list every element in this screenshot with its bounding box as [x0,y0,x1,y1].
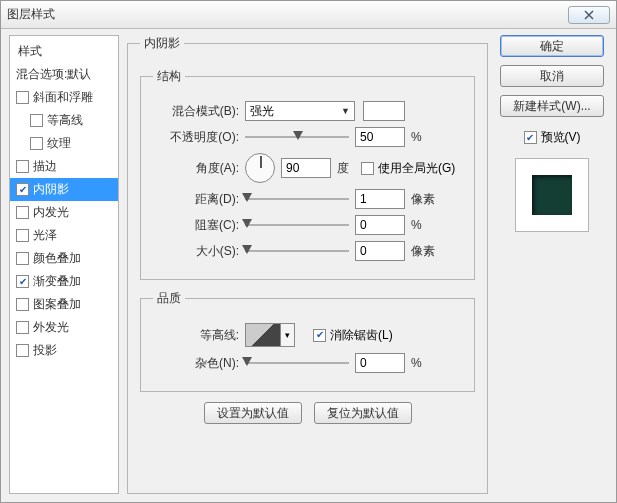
preview-label: 预览(V) [541,129,581,146]
size-unit: 像素 [411,243,435,260]
sidebar-item-label: 投影 [33,342,57,359]
sidebar-item[interactable]: 描边 [10,155,118,178]
contour-picker[interactable] [245,323,281,347]
new-style-button[interactable]: 新建样式(W)... [500,95,604,117]
style-checkbox[interactable] [16,275,29,288]
sidebar-item-label: 斜面和浮雕 [33,89,93,106]
distance-label: 距离(D): [153,191,239,208]
size-label: 大小(S): [153,243,239,260]
sidebar-item[interactable]: 等高线 [10,109,118,132]
style-checkbox[interactable] [16,160,29,173]
sidebar-item-label: 颜色叠加 [33,250,81,267]
angle-dial[interactable] [245,153,275,183]
opacity-input[interactable] [355,127,405,147]
sidebar-item-label: 渐变叠加 [33,273,81,290]
sidebar-item-label: 图案叠加 [33,296,81,313]
style-checkbox[interactable] [16,91,29,104]
style-checkbox[interactable] [16,229,29,242]
preview-checkbox[interactable] [524,131,537,144]
cancel-button[interactable]: 取消 [500,65,604,87]
dialog-buttons: 确定 取消 新建样式(W)... 预览(V) [496,35,608,494]
reset-default-button[interactable]: 复位为默认值 [314,402,412,424]
styles-sidebar: 样式 混合选项:默认 斜面和浮雕等高线纹理描边内阴影内发光光泽颜色叠加渐变叠加图… [9,35,119,494]
color-swatch[interactable] [363,101,405,121]
blend-mode-label: 混合模式(B): [153,103,239,120]
size-input[interactable] [355,241,405,261]
sidebar-item[interactable]: 渐变叠加 [10,270,118,293]
inner-shadow-panel: 内阴影 结构 混合模式(B): 强光 ▼ [127,35,488,494]
structure-group: 结构 混合模式(B): 强光 ▼ 不透明度(O): [140,68,475,280]
structure-title: 结构 [153,68,185,85]
sidebar-item-label: 等高线 [47,112,83,129]
sidebar-item-label: 外发光 [33,319,69,336]
sidebar-item-blending[interactable]: 混合选项:默认 [10,63,118,86]
panel-title: 内阴影 [140,35,184,52]
blend-mode-combo[interactable]: 强光 ▼ [245,101,355,121]
contour-label: 等高线: [153,327,239,344]
sidebar-item[interactable]: 内阴影 [10,178,118,201]
angle-input[interactable] [281,158,331,178]
opacity-slider[interactable] [245,128,349,146]
sidebar-item-label: 内发光 [33,204,69,221]
close-button[interactable] [568,6,610,24]
style-checkbox[interactable] [16,298,29,311]
angle-label: 角度(A): [153,160,239,177]
sidebar-item[interactable]: 光泽 [10,224,118,247]
preview-box [515,158,589,232]
sidebar-item-label: 纹理 [47,135,71,152]
titlebar: 图层样式 [1,1,616,29]
choke-label: 阻塞(C): [153,217,239,234]
style-checkbox[interactable] [30,137,43,150]
noise-input[interactable] [355,353,405,373]
main-area: 内阴影 结构 混合模式(B): 强光 ▼ [127,35,488,494]
sidebar-item-label: 光泽 [33,227,57,244]
close-icon [584,10,594,20]
sidebar-item[interactable]: 内发光 [10,201,118,224]
noise-slider[interactable] [245,354,349,372]
antialias-label: 消除锯齿(L) [330,327,393,344]
style-checkbox[interactable] [30,114,43,127]
antialias-checkbox[interactable] [313,329,326,342]
opacity-label: 不透明度(O): [153,129,239,146]
choke-slider[interactable] [245,216,349,234]
layer-style-dialog: 图层样式 样式 混合选项:默认 斜面和浮雕等高线纹理描边内阴影内发光光泽颜色叠加… [0,0,617,503]
sidebar-item[interactable]: 外发光 [10,316,118,339]
sidebar-item[interactable]: 纹理 [10,132,118,155]
choke-input[interactable] [355,215,405,235]
sidebar-item[interactable]: 投影 [10,339,118,362]
style-checkbox[interactable] [16,252,29,265]
sidebar-item-label: 内阴影 [33,181,69,198]
choke-unit: % [411,218,422,232]
style-checkbox[interactable] [16,206,29,219]
size-slider[interactable] [245,242,349,260]
chevron-down-icon: ▼ [341,106,350,116]
noise-label: 杂色(N): [153,355,239,372]
ok-button[interactable]: 确定 [500,35,604,57]
style-checkbox[interactable] [16,321,29,334]
global-light-label: 使用全局光(G) [378,160,455,177]
quality-group: 品质 等高线: ▾ 消除锯齿(L) 杂色(N): [140,290,475,392]
sidebar-header: 样式 [10,40,118,63]
style-checkbox[interactable] [16,344,29,357]
sidebar-item[interactable]: 颜色叠加 [10,247,118,270]
sidebar-item[interactable]: 图案叠加 [10,293,118,316]
distance-input[interactable] [355,189,405,209]
sidebar-item-label: 描边 [33,158,57,175]
global-light-checkbox[interactable] [361,162,374,175]
contour-dropdown[interactable]: ▾ [281,323,295,347]
window-title: 图层样式 [7,6,55,23]
distance-slider[interactable] [245,190,349,208]
noise-unit: % [411,356,422,370]
style-checkbox[interactable] [16,183,29,196]
distance-unit: 像素 [411,191,435,208]
sidebar-item[interactable]: 斜面和浮雕 [10,86,118,109]
angle-unit: 度 [337,160,349,177]
opacity-unit: % [411,130,422,144]
quality-title: 品质 [153,290,185,307]
make-default-button[interactable]: 设置为默认值 [204,402,302,424]
chevron-down-icon: ▾ [285,330,290,340]
preview-swatch [532,175,572,215]
